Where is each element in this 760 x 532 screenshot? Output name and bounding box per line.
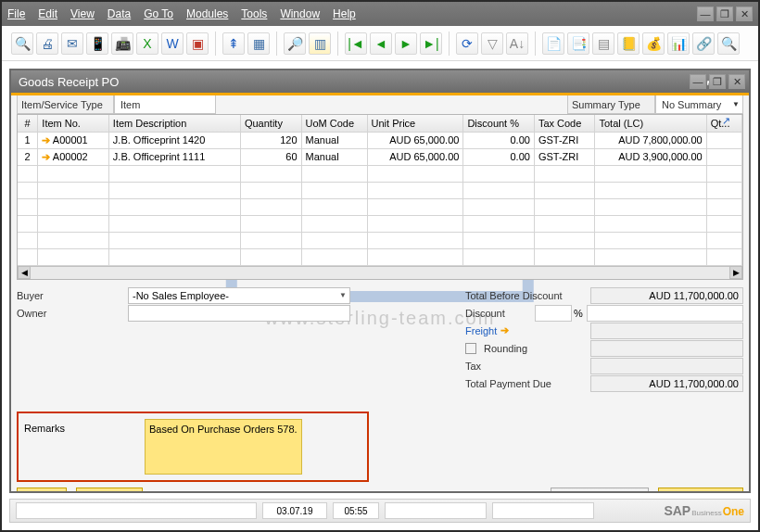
percent-sign: % xyxy=(574,308,583,319)
drill-arrow-icon[interactable]: ➔ xyxy=(42,151,50,162)
sms-icon[interactable]: 📱 xyxy=(86,32,108,55)
col-desc[interactable]: Item Description xyxy=(108,115,240,132)
total-payment-due-value: AUD 11,700,000.00 xyxy=(590,375,743,392)
filter-icon[interactable]: ▽ xyxy=(481,32,503,55)
main-menu-bar: File Edit View Data Go To Modules Tools … xyxy=(2,2,758,26)
col-uom[interactable]: UoM Code xyxy=(301,115,367,132)
find-icon[interactable]: 🔎 xyxy=(284,32,306,55)
app-close-button[interactable]: ✕ xyxy=(736,6,753,21)
sap-logo: SAPBusinessOne xyxy=(664,503,744,518)
status-bar: 03.07.19 05:55 SAPBusinessOne xyxy=(9,499,751,523)
drill-arrow-icon[interactable]: ➔ xyxy=(42,134,50,146)
grid-expand-icon[interactable]: ↗ xyxy=(722,115,737,130)
related-icon[interactable]: 🔗 xyxy=(692,32,715,55)
sort-icon[interactable]: A↓ xyxy=(506,32,528,55)
discount-label: Discount xyxy=(465,308,535,319)
col-itemno[interactable]: Item No. xyxy=(38,115,109,132)
col-rownum[interactable]: # xyxy=(18,115,38,132)
print-icon[interactable]: 🖨 xyxy=(36,32,58,55)
tax-value xyxy=(590,358,743,374)
ok-button[interactable]: OK xyxy=(17,488,67,492)
word-icon[interactable]: W xyxy=(161,32,184,55)
col-tax[interactable]: Tax Code xyxy=(534,115,595,132)
first-record-icon[interactable]: |◄ xyxy=(345,32,367,55)
prev-record-icon[interactable]: ◄ xyxy=(370,32,392,55)
col-discount[interactable]: Discount % xyxy=(463,115,535,132)
target-doc-icon[interactable]: 📑 xyxy=(567,32,589,55)
freight-link[interactable]: Freight xyxy=(465,325,497,336)
app-maximize-button[interactable]: ❐ xyxy=(716,6,733,21)
freight-value xyxy=(590,323,743,339)
fax-icon[interactable]: 📠 xyxy=(111,32,133,55)
profit-icon[interactable]: 📊 xyxy=(667,32,690,55)
cancel-button[interactable]: Cancel xyxy=(76,488,143,492)
rounding-checkbox[interactable] xyxy=(465,343,476,354)
menu-data[interactable]: Data xyxy=(108,7,131,20)
discount-value-input[interactable] xyxy=(587,305,743,322)
menu-goto[interactable]: Go To xyxy=(144,7,173,20)
preview-icon[interactable]: 🔍 xyxy=(11,32,33,55)
menu-tools[interactable]: Tools xyxy=(241,7,267,20)
item-service-type-select[interactable]: Item xyxy=(114,95,216,114)
col-price[interactable]: Unit Price xyxy=(367,115,463,132)
transaction-journal-icon[interactable]: 📒 xyxy=(617,32,640,55)
next-record-icon[interactable]: ► xyxy=(395,32,417,55)
mail-icon[interactable]: ✉ xyxy=(61,32,83,55)
copy-to-button[interactable]: Copy To▼ xyxy=(658,488,743,492)
base-doc-icon[interactable]: 📄 xyxy=(542,32,564,55)
owner-input[interactable] xyxy=(128,305,350,322)
total-before-discount-label: Total Before Discount xyxy=(465,290,590,301)
grid-horizontal-scrollbar[interactable]: ◀ ▶ xyxy=(18,266,742,279)
total-payment-due-label: Total Payment Due xyxy=(465,378,590,389)
buyer-select[interactable]: -No Sales Employee- xyxy=(128,287,350,304)
refresh-icon[interactable]: ⟳ xyxy=(456,32,478,55)
menu-edit[interactable]: Edit xyxy=(38,7,57,20)
table-row[interactable] xyxy=(18,232,742,248)
menu-file[interactable]: File xyxy=(7,7,25,20)
status-segment-4 xyxy=(385,502,487,519)
item-service-type-row: Item/Service Type Item Summary Type No S… xyxy=(17,95,743,114)
table-row[interactable] xyxy=(18,182,742,198)
lock-icon[interactable]: ⇞ xyxy=(222,32,245,55)
table-row[interactable] xyxy=(18,165,742,182)
doc-maximize-button[interactable]: ❐ xyxy=(709,74,726,89)
document-title-bar: Goods Receipt PO ↖ — ❐ ✕ xyxy=(11,70,749,93)
table-row[interactable] xyxy=(18,248,742,265)
scroll-left-icon[interactable]: ◀ xyxy=(18,266,31,279)
query-icon[interactable]: 🔍 xyxy=(717,32,740,55)
table-row[interactable] xyxy=(18,198,742,215)
remarks-textarea[interactable]: Based On Purchase Orders 578. xyxy=(145,419,302,475)
doc-minimize-button[interactable]: — xyxy=(690,74,706,89)
table-row[interactable] xyxy=(18,215,742,232)
table-row[interactable]: 1 ➔ A00001 J.B. Officeprint 1420 120 Man… xyxy=(18,132,742,148)
col-qty[interactable]: Quantity xyxy=(240,115,301,132)
summary-type-select[interactable]: No Summary▼ xyxy=(655,95,743,114)
owner-label: Owner xyxy=(17,308,128,319)
payment-means-icon[interactable]: 💰 xyxy=(642,32,665,55)
menu-help[interactable]: Help xyxy=(333,7,356,20)
last-record-icon[interactable]: ►| xyxy=(420,32,442,55)
status-date: 03.07.19 xyxy=(262,502,327,519)
menu-view[interactable]: View xyxy=(70,7,95,20)
pdf-icon[interactable]: ▣ xyxy=(186,32,209,55)
discount-pct-input[interactable] xyxy=(535,305,572,322)
menu-window[interactable]: Window xyxy=(280,7,320,20)
col-total[interactable]: Total (LC) xyxy=(595,115,706,132)
table-row[interactable]: 2 ➔ A00002 J.B. Officeprint 1111 60 Manu… xyxy=(18,148,742,165)
main-toolbar: 🔍 🖨 ✉ 📱 📠 X W ▣ ⇞ ▦ 🔎 ▥ |◄ ◄ ► ►| ⟳ ▽ A↓… xyxy=(2,26,758,61)
doc-close-button[interactable]: ✕ xyxy=(728,74,745,89)
summary-type-label: Summary Type xyxy=(567,95,655,114)
add-mode-icon[interactable]: ▥ xyxy=(309,32,331,55)
rounding-value xyxy=(590,340,743,357)
freight-drill-icon[interactable]: ➔ xyxy=(500,324,509,336)
menu-modules[interactable]: Modules xyxy=(186,7,228,20)
form-settings-icon[interactable]: ▦ xyxy=(247,32,270,55)
copy-from-button[interactable]: Copy From▼ xyxy=(551,488,649,492)
scroll-right-icon[interactable]: ▶ xyxy=(729,266,742,279)
app-minimize-button[interactable]: — xyxy=(697,6,714,21)
total-before-discount-value: AUD 11,700,000.00 xyxy=(590,287,743,304)
layout-icon[interactable]: ▤ xyxy=(592,32,614,55)
excel-icon[interactable]: X xyxy=(136,32,158,55)
item-service-type-label: Item/Service Type xyxy=(17,95,114,114)
remarks-label: Remarks xyxy=(24,419,135,475)
